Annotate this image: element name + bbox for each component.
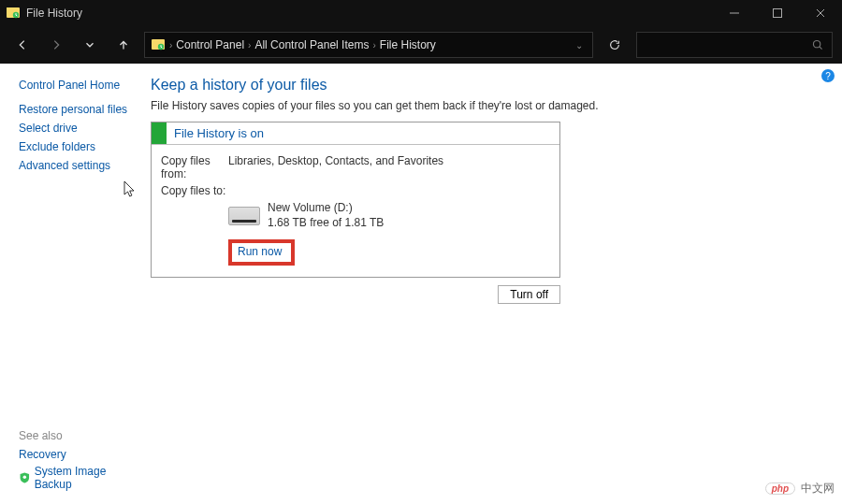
breadcrumb-item[interactable]: Control Panel bbox=[176, 38, 244, 51]
chevron-right-icon: › bbox=[169, 40, 172, 50]
turn-off-button[interactable]: Turn off bbox=[498, 285, 560, 304]
back-button[interactable] bbox=[9, 32, 36, 58]
window-title: File History bbox=[26, 7, 82, 20]
copy-to-label: Copy files to: bbox=[161, 184, 228, 197]
help-icon[interactable]: ? bbox=[821, 69, 835, 82]
svg-point-8 bbox=[23, 475, 26, 478]
svg-rect-3 bbox=[730, 13, 739, 14]
sidebar-link-restore[interactable]: Restore personal files bbox=[19, 103, 136, 116]
system-image-backup-label: System Image Backup bbox=[35, 465, 136, 491]
search-input[interactable] bbox=[636, 32, 833, 58]
watermark-brand: php bbox=[772, 483, 789, 494]
recovery-link[interactable]: Recovery bbox=[19, 448, 136, 461]
minimize-button[interactable] bbox=[713, 0, 756, 26]
system-image-backup-link[interactable]: System Image Backup bbox=[19, 465, 136, 491]
chevron-right-icon: › bbox=[372, 40, 375, 50]
status-swatch bbox=[152, 122, 167, 144]
breadcrumb[interactable]: › Control Panel › All Control Panel Item… bbox=[144, 32, 593, 58]
sidebar-link-advanced[interactable]: Advanced settings bbox=[19, 159, 136, 172]
copy-from-value: Libraries, Desktop, Contacts, and Favori… bbox=[228, 154, 550, 180]
status-title: File History is on bbox=[167, 122, 559, 144]
status-panel: File History is on Copy files from: Libr… bbox=[151, 122, 560, 278]
control-panel-home-link[interactable]: Control Panel Home bbox=[19, 79, 136, 92]
see-also-label: See also bbox=[19, 429, 136, 442]
chevron-down-icon[interactable]: ⌄ bbox=[575, 40, 587, 50]
navbar: › Control Panel › All Control Panel Item… bbox=[0, 26, 842, 64]
sidebar: Control Panel Home Restore personal file… bbox=[0, 64, 145, 504]
drive-name: New Volume (D:) bbox=[268, 201, 384, 216]
up-button[interactable] bbox=[110, 32, 137, 58]
content-area: Control Panel Home Restore personal file… bbox=[0, 64, 842, 504]
refresh-button[interactable] bbox=[601, 32, 629, 58]
search-icon bbox=[811, 38, 824, 51]
breadcrumb-item[interactable]: All Control Panel Items bbox=[254, 38, 369, 51]
drive-icon bbox=[228, 207, 260, 225]
file-history-icon bbox=[151, 37, 166, 52]
titlebar: File History bbox=[0, 0, 842, 26]
sidebar-link-select-drive[interactable]: Select drive bbox=[19, 122, 136, 135]
forward-button[interactable] bbox=[43, 32, 69, 58]
run-now-highlight: Run now bbox=[228, 239, 295, 266]
watermark-text: 中文网 bbox=[801, 481, 835, 497]
recovery-label: Recovery bbox=[19, 448, 66, 461]
file-history-icon bbox=[6, 6, 21, 21]
recent-dropdown[interactable] bbox=[77, 32, 103, 58]
breadcrumb-item: File History bbox=[380, 38, 436, 51]
maximize-button[interactable] bbox=[756, 0, 799, 26]
page-subtext: File History saves copies of your files … bbox=[151, 99, 829, 112]
watermark: php 中文网 bbox=[765, 481, 835, 497]
svg-rect-1 bbox=[7, 7, 12, 10]
sidebar-link-exclude[interactable]: Exclude folders bbox=[19, 140, 136, 153]
main-panel: ? Keep a history of your files File Hist… bbox=[145, 64, 842, 504]
close-button[interactable] bbox=[799, 0, 842, 26]
drive-free: 1.68 TB free of 1.81 TB bbox=[268, 216, 384, 231]
chevron-right-icon: › bbox=[248, 40, 251, 50]
run-now-link[interactable]: Run now bbox=[238, 245, 282, 258]
svg-rect-4 bbox=[774, 9, 782, 18]
page-title: Keep a history of your files bbox=[151, 77, 829, 94]
svg-point-7 bbox=[813, 40, 820, 47]
copy-from-label: Copy files from: bbox=[161, 154, 228, 180]
shield-icon bbox=[19, 471, 31, 484]
